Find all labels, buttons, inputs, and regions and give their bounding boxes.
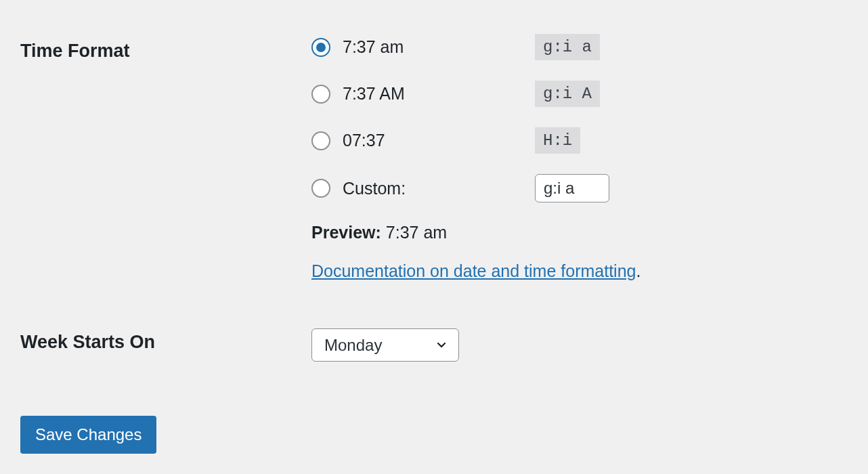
time-format-option-1: 7:37 AM g:i A bbox=[311, 81, 841, 107]
time-format-custom-input[interactable] bbox=[535, 174, 609, 202]
doc-link-row: Documentation on date and time formattin… bbox=[311, 261, 841, 281]
time-format-display-1: 7:37 AM bbox=[343, 84, 405, 104]
doc-link[interactable]: Documentation on date and time formattin… bbox=[311, 261, 636, 280]
time-format-code-1: g:i A bbox=[535, 81, 600, 107]
time-format-label: Time Format bbox=[20, 41, 130, 61]
week-starts-select-wrapper: Monday bbox=[311, 328, 459, 362]
time-format-display-0: 7:37 am bbox=[343, 37, 404, 57]
save-changes-button[interactable]: Save Changes bbox=[20, 416, 156, 454]
time-format-option-custom: Custom: bbox=[311, 174, 841, 202]
time-format-radio-1[interactable] bbox=[311, 85, 330, 104]
time-format-radio-2[interactable] bbox=[311, 131, 330, 150]
time-format-display-2: 07:37 bbox=[343, 131, 385, 150]
settings-form-table: Time Format 7:37 am g:i a 7:37 AM g:i A bbox=[20, 20, 848, 375]
time-format-custom-label: Custom: bbox=[343, 179, 406, 198]
week-starts-row: Week Starts On Monday bbox=[20, 295, 848, 375]
week-starts-label: Week Starts On bbox=[20, 332, 155, 352]
time-format-code-0: g:i a bbox=[535, 34, 600, 60]
time-format-option-2: 07:37 H:i bbox=[311, 127, 841, 154]
doc-link-suffix: . bbox=[636, 261, 641, 280]
time-format-option-0: 7:37 am g:i a bbox=[311, 34, 841, 60]
time-format-row: Time Format 7:37 am g:i a 7:37 AM g:i A bbox=[20, 20, 848, 295]
preview-label: Preview: bbox=[311, 223, 381, 242]
submit-row: Save Changes bbox=[20, 416, 848, 454]
time-format-radio-0[interactable] bbox=[311, 38, 330, 57]
time-format-preview: Preview: 7:37 am bbox=[311, 223, 841, 242]
time-format-code-2: H:i bbox=[535, 127, 580, 154]
week-starts-select[interactable]: Monday bbox=[311, 328, 459, 362]
time-format-radio-custom[interactable] bbox=[311, 179, 330, 198]
preview-value: 7:37 am bbox=[386, 223, 447, 242]
